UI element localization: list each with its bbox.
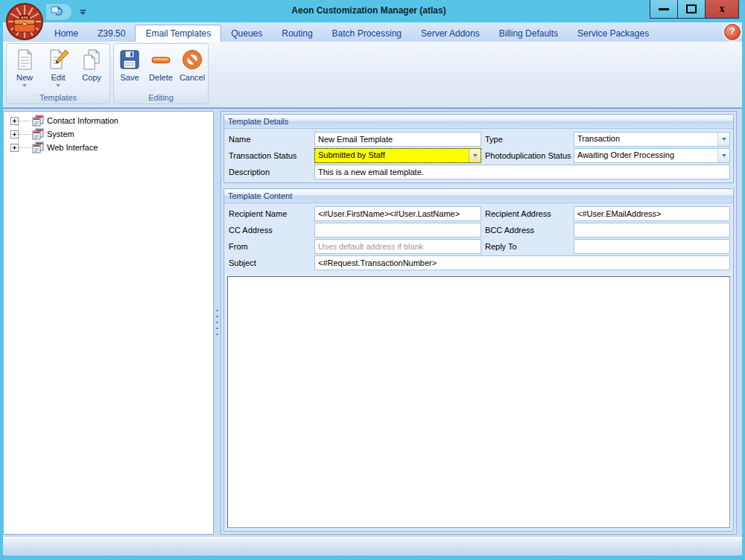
tab-email-templates[interactable]: Email Templates <box>135 25 221 42</box>
reply-to-label: Reply To <box>484 242 571 251</box>
new-dropdown-caret-icon <box>22 84 27 87</box>
panel-splitter[interactable] <box>214 111 221 535</box>
titlebar: Aeon Customization Manager (atlas) x <box>0 0 745 22</box>
expand-plus-icon[interactable] <box>10 117 19 125</box>
save-button-label: Save <box>120 73 139 82</box>
ribbon-tab-row: Home Z39.50 Email Templates Queues Routi… <box>3 22 742 42</box>
ribbon-group-editing: Save Delete <box>113 43 209 104</box>
bcc-address-label: BCC Address <box>484 226 571 235</box>
template-content-groupbox: Template Content Recipient Name Recipien… <box>224 188 734 532</box>
tree-item-label: Contact Information <box>47 116 118 125</box>
subject-input[interactable] <box>314 255 730 270</box>
recipient-name-input[interactable] <box>314 206 481 221</box>
template-tree-panel: Contact Information System <box>3 111 214 535</box>
reply-to-input[interactable] <box>574 239 730 254</box>
window-controls: x <box>650 0 739 19</box>
template-content-header: Template Content <box>224 189 733 203</box>
photoduplication-status-combo-arrow-icon[interactable] <box>717 149 729 162</box>
template-body-input[interactable] <box>228 277 729 527</box>
transaction-status-combo[interactable]: Submitted by Staff <box>314 148 481 163</box>
new-document-icon <box>13 48 37 71</box>
transaction-status-combo-value: Submitted by Staff <box>315 149 469 162</box>
qat-templates-icon <box>51 5 64 19</box>
copy-documents-icon <box>80 48 104 71</box>
subject-label: Subject <box>227 258 312 267</box>
ribbon-group-templates-label: Templates <box>7 91 110 104</box>
status-bar <box>3 537 742 556</box>
cancel-button-label: Cancel <box>180 73 205 82</box>
save-floppy-icon <box>118 48 142 71</box>
qat-customize-button[interactable] <box>46 3 72 21</box>
close-button[interactable]: x <box>705 0 739 19</box>
recipient-address-label: Recipient Address <box>484 209 571 218</box>
tab-service-packages[interactable]: Service Packages <box>568 25 659 42</box>
from-input[interactable] <box>314 239 481 254</box>
recipient-address-input[interactable] <box>574 206 730 221</box>
tab-queues[interactable]: Queues <box>221 25 272 42</box>
copy-button-label: Copy <box>82 73 101 82</box>
email-template-folder-icon <box>32 115 44 127</box>
email-template-folder-icon <box>32 141 44 153</box>
minimize-icon <box>659 8 669 10</box>
help-button[interactable]: ? <box>724 24 741 40</box>
type-label: Type <box>484 135 571 144</box>
delete-button[interactable]: Delete <box>145 46 177 91</box>
edit-button[interactable]: Edit <box>42 46 74 91</box>
window-title: Aeon Customization Manager (atlas) <box>89 5 648 16</box>
app-window: Aeon Customization Manager (atlas) x Hom… <box>0 0 745 560</box>
tree-item-label: Web Interface <box>47 143 98 152</box>
app-logo-icon[interactable] <box>5 2 44 41</box>
photoduplication-status-label: Photoduplication Status <box>484 151 571 160</box>
copy-button[interactable]: Copy <box>76 46 107 91</box>
delete-minus-icon <box>149 48 173 71</box>
expand-plus-icon[interactable] <box>10 130 19 139</box>
expand-plus-icon[interactable] <box>10 144 19 152</box>
tab-routing[interactable]: Routing <box>272 25 322 42</box>
template-details-groupbox: Template Details Name Type Transaction T… <box>224 114 734 183</box>
template-body-container <box>227 276 730 528</box>
delete-button-label: Delete <box>149 73 173 82</box>
edit-document-icon <box>46 48 70 71</box>
cancel-button[interactable]: Cancel <box>177 46 208 91</box>
photoduplication-status-combo[interactable]: Awaiting Order Processing <box>574 148 730 163</box>
tab-z3950[interactable]: Z39.50 <box>88 25 135 42</box>
type-combo[interactable]: Transaction <box>574 132 730 147</box>
transaction-status-combo-arrow-icon[interactable] <box>469 149 481 162</box>
tree-item-system[interactable]: System <box>4 127 213 141</box>
tab-billing-defaults[interactable]: Billing Defaults <box>489 25 568 42</box>
close-icon: x <box>720 4 725 14</box>
type-combo-value: Transaction <box>574 133 717 146</box>
qat-dropdown-chevron-icon[interactable] <box>80 10 86 15</box>
ribbon-group-templates: New Ed <box>6 43 110 104</box>
tree-item-web-interface[interactable]: Web Interface <box>4 141 213 154</box>
tab-home[interactable]: Home <box>45 25 88 42</box>
tree-item-label: System <box>47 130 74 139</box>
type-combo-arrow-icon[interactable] <box>717 133 729 146</box>
edit-button-label: Edit <box>51 73 66 82</box>
tree-item-contact-information[interactable]: Contact Information <box>4 114 213 127</box>
save-button[interactable]: Save <box>114 46 145 91</box>
edit-dropdown-caret-icon <box>56 84 60 87</box>
email-template-folder-icon <box>32 128 44 140</box>
template-details-header: Template Details <box>224 115 733 129</box>
maximize-button[interactable] <box>677 0 706 19</box>
new-button[interactable]: New <box>9 46 40 91</box>
from-label: From <box>227 242 312 251</box>
maximize-icon <box>686 4 697 13</box>
ribbon: New Ed <box>3 42 742 108</box>
tab-batch-processing[interactable]: Batch Processing <box>323 25 411 42</box>
cc-address-input[interactable] <box>314 223 481 238</box>
name-input[interactable] <box>314 132 481 147</box>
quick-access-toolbar <box>46 3 86 21</box>
recipient-name-label: Recipient Name <box>227 209 312 218</box>
bcc-address-input[interactable] <box>574 223 730 238</box>
minimize-button[interactable] <box>650 0 678 19</box>
cancel-prohibition-icon <box>180 48 204 71</box>
photoduplication-status-combo-value: Awaiting Order Processing <box>574 149 717 162</box>
cc-address-label: CC Address <box>227 226 312 235</box>
template-editor-panel: Template Details Name Type Transaction T… <box>221 111 737 535</box>
tab-server-addons[interactable]: Server Addons <box>411 25 489 42</box>
name-label: Name <box>227 135 312 144</box>
description-input[interactable] <box>314 165 730 179</box>
transaction-status-label: Transaction Status <box>227 151 312 160</box>
